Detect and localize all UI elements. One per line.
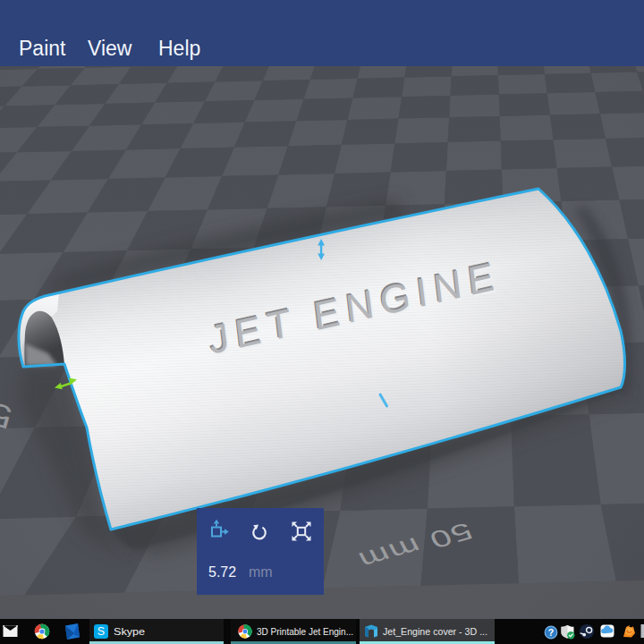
svg-text:mm: mm [249, 564, 273, 580]
svg-text:Jet_Engine cover - 3D ...: Jet_Engine cover - 3D ... [383, 626, 487, 637]
svg-text:3D Printable Jet Engin...: 3D Printable Jet Engin... [257, 626, 353, 637]
svg-text:?: ? [548, 627, 554, 638]
svg-text:Skype: Skype [114, 626, 145, 637]
svg-text:S: S [97, 625, 105, 638]
svg-text:5.72: 5.72 [208, 564, 236, 580]
